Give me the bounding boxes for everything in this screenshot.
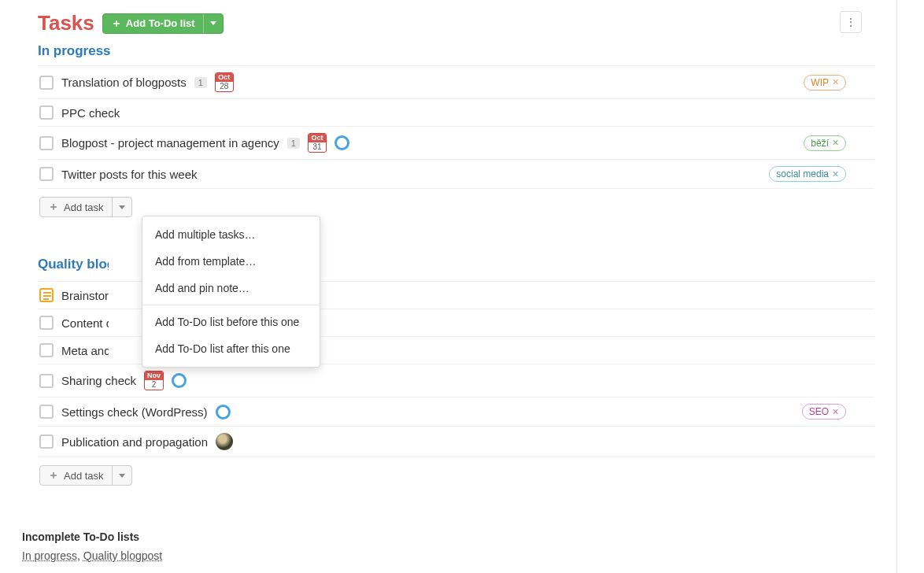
count-badge: 1 <box>194 77 207 88</box>
section-title-in-progress[interactable]: In progress <box>38 43 874 59</box>
add-task-button[interactable]: ＋ Add task <box>40 198 112 216</box>
plus-icon: ＋ <box>48 468 59 482</box>
task-name[interactable]: Brainstorming <box>61 289 109 302</box>
date-badge[interactable]: Nov 2 <box>144 371 164 390</box>
task-row[interactable]: PPC check <box>38 98 874 126</box>
menu-item-add-and-pin-note[interactable]: Add and pin note… <box>142 275 320 301</box>
date-badge[interactable]: Oct 31 <box>308 133 327 153</box>
task-name[interactable]: Meta and images <box>61 344 109 357</box>
add-task-label: Add task <box>64 201 104 213</box>
task-name[interactable]: Content check <box>61 316 109 330</box>
task-name[interactable]: Settings check (WordPress) <box>61 405 208 419</box>
checkbox[interactable] <box>39 167 54 181</box>
add-task-caret[interactable] <box>112 198 131 216</box>
more-options-button[interactable]: ⋮ <box>840 11 862 33</box>
add-todo-list-label: Add To-Do list <box>126 17 195 29</box>
task-name[interactable]: Twitter posts for this week <box>61 168 198 181</box>
tag-bezi[interactable]: běží ✕ <box>804 135 846 151</box>
task-row[interactable]: Translation of blogposts 1 Oct 28 WIP ✕ <box>38 65 874 98</box>
incomplete-link-in-progress[interactable]: In progress <box>22 549 77 562</box>
plus-icon: ＋ <box>48 200 59 214</box>
close-icon[interactable]: ✕ <box>832 407 839 417</box>
section-title-quality-blogpost[interactable]: Quality blogpost <box>38 257 109 272</box>
tag-seo[interactable]: SEO ✕ <box>802 404 846 420</box>
tag-social-media[interactable]: social media ✕ <box>769 166 846 182</box>
menu-item-add-from-template[interactable]: Add from template… <box>142 248 320 275</box>
task-row[interactable]: Blogpost - project management in agency … <box>38 126 874 159</box>
add-task-dropdown: Add multiple tasks… Add from template… A… <box>142 216 320 368</box>
task-name[interactable]: PPC check <box>61 106 120 120</box>
tag-text: běží <box>811 138 829 149</box>
task-name[interactable]: Blogpost - project management in agency <box>61 136 279 150</box>
task-row[interactable]: Sharing check Nov 2 <box>38 364 874 397</box>
date-month: Oct <box>309 134 326 142</box>
tag-text: SEO <box>809 406 829 417</box>
page-title: Tasks <box>38 11 94 35</box>
tag-text: social media <box>776 168 829 179</box>
avatar[interactable] <box>216 433 233 450</box>
avatar-icon[interactable] <box>216 405 231 420</box>
avatar-icon[interactable] <box>334 135 349 150</box>
close-icon[interactable]: ✕ <box>832 77 839 87</box>
caret-down-icon <box>119 474 125 478</box>
checkbox[interactable] <box>39 343 54 357</box>
tag-text: WIP <box>811 77 829 88</box>
caret-down-icon <box>119 205 125 209</box>
checkbox[interactable] <box>39 374 54 388</box>
checkbox[interactable] <box>39 136 54 150</box>
avatar-icon[interactable] <box>172 373 187 388</box>
add-task-label: Add task <box>64 470 104 482</box>
incomplete-link-quality-blogpost[interactable]: Quality blogpost <box>83 549 162 562</box>
plus-icon: ＋ <box>111 17 122 31</box>
checkbox[interactable] <box>39 434 54 449</box>
checkbox[interactable] <box>39 405 54 419</box>
add-task-caret[interactable] <box>112 466 131 485</box>
date-badge[interactable]: Oct 28 <box>215 72 234 92</box>
task-name[interactable]: Sharing check <box>61 374 136 387</box>
task-row[interactable]: Settings check (WordPress) SEO ✕ <box>38 397 874 426</box>
checkbox[interactable] <box>39 316 54 330</box>
date-month: Nov <box>145 372 163 380</box>
incomplete-todo-lists: Incomplete To-Do lists In progress, Qual… <box>22 530 162 562</box>
date-month: Oct <box>216 73 233 82</box>
add-todo-list-caret[interactable] <box>203 14 223 33</box>
date-day: 28 <box>216 82 233 91</box>
kebab-icon: ⋮ <box>845 16 856 28</box>
count-badge: 1 <box>287 138 300 149</box>
incomplete-heading: Incomplete To-Do lists <box>22 530 162 543</box>
menu-item-add-list-after[interactable]: Add To-Do list after this one <box>142 335 320 362</box>
add-todo-list-button[interactable]: ＋ Add To-Do list <box>103 14 203 33</box>
checkbox[interactable] <box>39 76 54 90</box>
task-list-in-progress: Translation of blogposts 1 Oct 28 WIP ✕ … <box>38 65 874 189</box>
task-name[interactable]: Translation of blogposts <box>61 76 187 89</box>
task-name[interactable]: Publication and propagation <box>61 435 208 449</box>
note-icon[interactable] <box>39 288 54 302</box>
task-row[interactable]: Publication and propagation <box>38 426 874 457</box>
add-task-button-group: ＋ Add task <box>39 465 132 486</box>
tag-wip[interactable]: WIP ✕ <box>804 75 846 91</box>
add-task-button[interactable]: ＋ Add task <box>40 466 112 485</box>
menu-item-add-list-before[interactable]: Add To-Do list before this one <box>142 309 320 335</box>
date-day: 2 <box>145 380 163 390</box>
date-day: 31 <box>309 142 326 152</box>
checkbox[interactable] <box>39 105 54 120</box>
add-todo-list-button-group: ＋ Add To-Do list <box>102 13 224 34</box>
separator: , <box>77 549 83 562</box>
task-row[interactable]: Twitter posts for this week social media… <box>38 159 874 189</box>
menu-item-add-multiple-tasks[interactable]: Add multiple tasks… <box>142 221 320 248</box>
add-task-button-group: ＋ Add task <box>39 197 132 217</box>
menu-divider <box>142 305 320 305</box>
close-icon[interactable]: ✕ <box>832 169 839 179</box>
caret-down-icon <box>210 21 216 25</box>
close-icon[interactable]: ✕ <box>832 138 839 148</box>
